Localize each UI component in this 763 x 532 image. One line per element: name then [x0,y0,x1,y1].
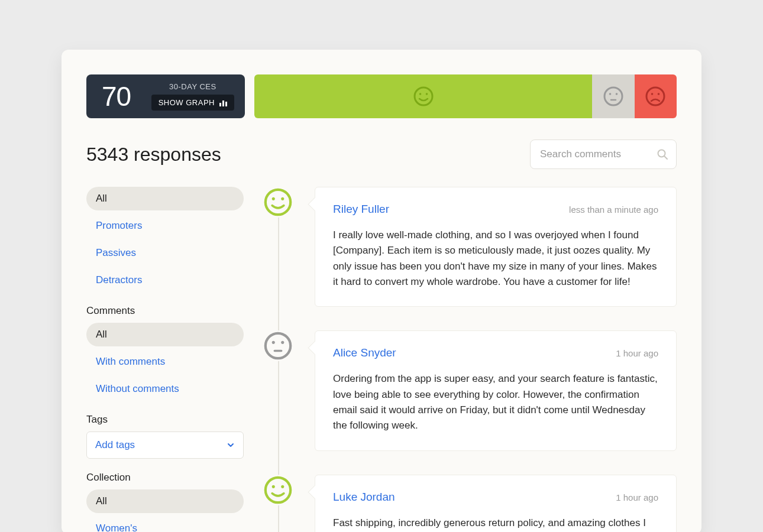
feed: Riley Fuller less than a minute ago I re… [263,187,677,532]
sentiment-bar [254,74,677,118]
score-label: 30-DAY CES [169,82,216,91]
filter-group-collection: Collection All Women's Men's [86,472,244,532]
show-graph-label: SHOW GRAPH [159,98,215,107]
entry-timestamp: 1 hour ago [616,492,658,502]
entry-face [263,187,293,218]
responses-count: 5343 responses [86,144,221,166]
happy-face-icon [264,188,292,216]
filter-all[interactable]: All [86,187,244,210]
happy-face-icon [264,476,292,504]
filter-comments-all[interactable]: All [86,323,244,346]
filter-group-comments: Comments All With comments Without comme… [86,305,244,401]
tags-group-label: Tags [86,414,244,426]
entry-card: Alice Snyder 1 hour ago Ordering from th… [315,330,677,450]
happy-face-icon [413,86,434,106]
entry-timestamp: less than a minute ago [569,205,658,215]
entry-card: Luke Jordan 1 hour ago Fast shipping, in… [315,475,677,532]
search-input[interactable] [530,140,677,169]
score-value: 70 [102,80,131,112]
sentiment-segment-promoter[interactable] [254,74,592,118]
search-wrap [530,140,677,169]
filter-without-comments[interactable]: Without comments [86,377,244,401]
dashboard-card: 70 30-DAY CES SHOW GRAPH 5343 responses [62,50,701,532]
sidebar: All Promoters Passives Detractors Commen… [86,187,244,532]
main-row: All Promoters Passives Detractors Commen… [86,187,677,532]
feed-entry: Riley Fuller less than a minute ago I re… [263,187,677,307]
filter-detractors[interactable]: Detractors [86,268,244,292]
feed-entry: Alice Snyder 1 hour ago Ordering from th… [263,330,677,450]
svg-line-11 [664,156,667,159]
filter-with-comments[interactable]: With comments [86,350,244,374]
show-graph-button[interactable]: SHOW GRAPH [151,95,234,111]
entry-body: I really love well-made clothing, and so… [333,228,658,290]
filter-group-tags: Tags Add tags [86,414,244,459]
tags-select[interactable]: Add tags [86,432,244,459]
chevron-down-icon [227,441,235,449]
header-row: 70 30-DAY CES SHOW GRAPH [86,74,677,118]
neutral-face-icon [603,86,623,106]
filter-promoters[interactable]: Promoters [86,214,244,238]
entry-body: Fast shipping, incredibly generous retur… [333,515,658,532]
comments-group-label: Comments [86,305,244,317]
neutral-face-icon [264,332,292,360]
feed-entry: Luke Jordan 1 hour ago Fast shipping, in… [263,475,677,532]
entry-face [263,475,293,505]
entry-body: Ordering from the app is super easy, and… [333,371,658,433]
filter-group-category: All Promoters Passives Detractors [86,187,244,292]
filter-collection-all[interactable]: All [86,489,244,513]
collection-group-label: Collection [86,472,244,484]
filter-collection-womens[interactable]: Women's [86,517,244,532]
entry-author[interactable]: Luke Jordan [333,491,395,504]
search-icon [657,148,668,160]
entry-timestamp: 1 hour ago [616,348,658,358]
entry-face [263,330,293,361]
bar-chart-icon [219,99,227,106]
tags-placeholder: Add tags [95,439,135,451]
entry-author[interactable]: Riley Fuller [333,203,389,216]
meta-row: 5343 responses [86,140,677,169]
score-box: 70 30-DAY CES SHOW GRAPH [86,74,245,118]
entry-author[interactable]: Alice Snyder [333,346,396,359]
sentiment-segment-detractor[interactable] [635,74,677,118]
sentiment-segment-passive[interactable] [592,74,634,118]
sad-face-icon [645,86,665,106]
entry-card: Riley Fuller less than a minute ago I re… [315,187,677,307]
filter-passives[interactable]: Passives [86,241,244,265]
